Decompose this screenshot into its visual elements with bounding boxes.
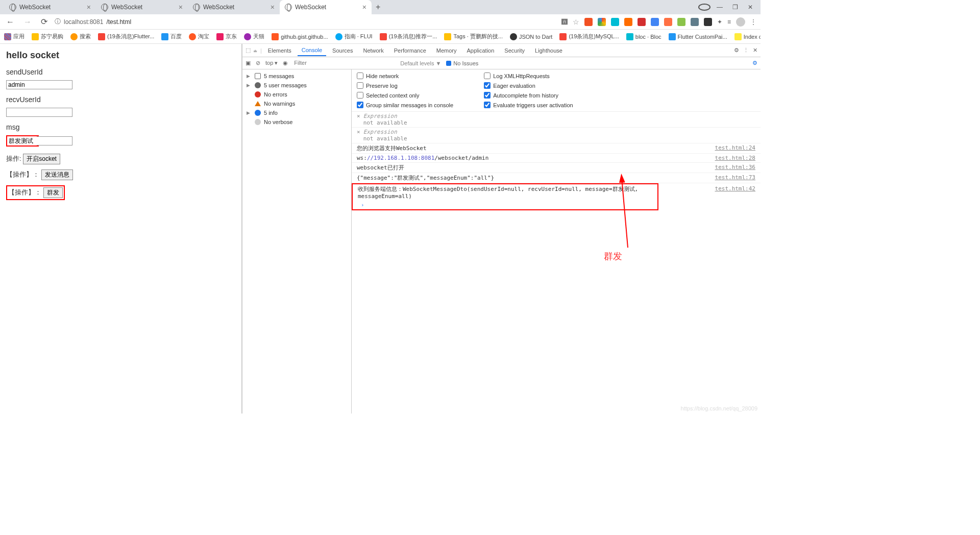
forward-button[interactable]: → [21, 17, 34, 27]
sidebar-warnings[interactable]: No warnings [242, 99, 351, 108]
tab-application[interactable]: Application [463, 45, 499, 56]
extension-icon[interactable] [624, 18, 632, 26]
extension-icon[interactable] [651, 18, 659, 26]
opt-eval-activation[interactable]: Evaluate triggers user activation [484, 102, 573, 108]
bookmark-item[interactable]: Index of /flutter/fl... [734, 33, 761, 40]
settings-icon[interactable]: ⚙ [734, 47, 739, 54]
recv-user-input[interactable] [6, 108, 72, 117]
live-expression[interactable]: ×Expressionnot available [352, 112, 761, 128]
opt-hide-network[interactable]: Hide network [357, 72, 453, 79]
broadcast-button[interactable]: 群发 [43, 187, 63, 198]
account-icon[interactable] [698, 4, 710, 11]
close-icon[interactable]: × [271, 4, 275, 11]
extensions-icon[interactable]: ✦ [717, 18, 722, 26]
reading-list-icon[interactable]: ≡ [727, 18, 731, 26]
open-socket-button[interactable]: 开启socket [23, 154, 60, 164]
bookmark-item[interactable]: github.gist.github... [272, 33, 328, 40]
site-info-icon[interactable]: ⓘ [55, 17, 61, 26]
opt-preserve-log[interactable]: Preserve log [357, 82, 453, 89]
close-icon[interactable]: × [179, 4, 183, 11]
minimize-icon[interactable]: — [714, 4, 726, 11]
bookmark-item[interactable]: (19条消息)推荐一... [380, 33, 437, 40]
send-message-button[interactable]: 发送消息 [41, 169, 73, 180]
sidebar-verbose[interactable]: No verbose [242, 117, 351, 127]
browser-tab[interactable]: WebSocket× [96, 0, 188, 14]
browser-tab[interactable]: WebSocket× [188, 0, 280, 14]
tab-sources[interactable]: Sources [328, 45, 357, 56]
tab-security[interactable]: Security [500, 45, 529, 56]
sidebar-info[interactable]: ▶5 info [242, 108, 351, 117]
tab-elements[interactable]: Elements [264, 45, 296, 56]
extension-icon[interactable] [638, 18, 646, 26]
bookmark-item[interactable]: 搜索 [70, 33, 91, 40]
bookmark-item[interactable]: 苏宁易购 [32, 33, 63, 40]
bookmark-item[interactable]: 天猫 [244, 33, 264, 40]
clear-console-icon[interactable]: ⊘ [256, 60, 260, 66]
bookmark-item[interactable]: JSON to Dart [510, 33, 552, 40]
msg-input-ext[interactable] [37, 136, 72, 145]
devtools-body: ▶5 messages ▶5 user messages No errors N… [242, 69, 761, 414]
tab-network[interactable]: Network [359, 45, 387, 56]
apps-button[interactable]: 应用 [4, 33, 24, 40]
filter-input[interactable] [293, 59, 395, 67]
issues-indicator[interactable]: No Issues [446, 60, 478, 66]
bookmark-star-icon[interactable]: ☆ [573, 18, 579, 26]
maximize-icon[interactable]: ❐ [729, 4, 741, 11]
tab-performance[interactable]: Performance [390, 45, 430, 56]
extension-icon[interactable] [664, 18, 672, 26]
close-icon[interactable]: × [362, 4, 366, 11]
url-field[interactable]: ⓘ localhost:8081/test.html [55, 17, 131, 26]
send-user-input[interactable] [6, 80, 72, 89]
new-tab-button[interactable]: + [372, 3, 384, 12]
bookmark-item[interactable]: bloc · Bloc [626, 33, 662, 40]
sidebar-user-messages[interactable]: ▶5 user messages [242, 81, 351, 90]
bookmark-item[interactable]: 京东 [216, 33, 237, 40]
tab-memory[interactable]: Memory [432, 45, 461, 56]
more-icon[interactable]: ⋮ [743, 47, 749, 54]
bookmark-item[interactable]: 百度 [161, 33, 182, 40]
window-close-icon[interactable]: ✕ [744, 4, 756, 11]
extension-icon[interactable] [584, 18, 593, 26]
extension-icon[interactable] [704, 18, 712, 26]
opt-log-xhr[interactable]: Log XMLHttpRequests [484, 72, 573, 79]
annotation-label: 群发 [604, 250, 622, 262]
extension-icon[interactable] [677, 18, 685, 26]
reload-button[interactable]: ⟳ [39, 17, 50, 27]
extension-icon[interactable] [611, 18, 619, 26]
close-icon[interactable]: × [87, 4, 91, 11]
context-dropdown[interactable]: top ▾ [265, 60, 278, 66]
bookmark-item[interactable]: Flutter CustomPai... [669, 33, 727, 40]
msg-input[interactable] [7, 136, 38, 145]
opt-autocomplete[interactable]: Autocomplete from history [484, 92, 573, 99]
extension-icon[interactable] [598, 18, 606, 26]
bookmark-item[interactable]: 指南 · FLUI [335, 33, 373, 40]
translate-icon[interactable]: 🅰 [561, 18, 568, 26]
opt-eager-eval[interactable]: Eager evaluation [484, 82, 573, 89]
back-button[interactable]: ← [4, 17, 16, 27]
sidebar-messages[interactable]: ▶5 messages [242, 71, 351, 81]
bookmark-item[interactable]: (19条消息)Flutter... [98, 33, 154, 40]
opt-group-similar[interactable]: Group similar messages in console [357, 102, 453, 108]
inspect-icon[interactable]: ⬚ [246, 47, 251, 54]
bookmark-item[interactable]: Tags · 贾鹏辉的技... [444, 33, 503, 40]
profile-icon[interactable] [736, 17, 745, 27]
extension-icon[interactable] [691, 18, 699, 26]
console-prompt[interactable]: › [353, 201, 657, 209]
devtools-close-icon[interactable]: ✕ [753, 47, 757, 54]
live-expression[interactable]: ×Expressionnot available [352, 128, 761, 143]
bookmark-item[interactable]: 淘宝 [189, 33, 209, 40]
tab-lighthouse[interactable]: Lighthouse [531, 45, 567, 56]
browser-tab-active[interactable]: WebSocket× [280, 0, 372, 14]
tab-console[interactable]: Console [298, 45, 326, 56]
sidebar-errors[interactable]: No errors [242, 90, 351, 99]
bookmark-item[interactable]: (19条消息)MySQL... [559, 33, 619, 40]
console-log[interactable]: ×Expressionnot available ×Expressionnot … [352, 112, 761, 414]
device-mode-icon[interactable]: ⫨ [253, 47, 258, 54]
levels-dropdown[interactable]: Default levels ▼ [400, 60, 441, 66]
eye-icon[interactable]: ◉ [283, 60, 288, 66]
sidebar-toggle-icon[interactable]: ▣ [246, 60, 251, 66]
browser-tab[interactable]: WebSocket× [4, 0, 96, 14]
console-settings-icon[interactable]: ⚙ [752, 60, 757, 66]
opt-selected-context[interactable]: Selected context only [357, 92, 453, 99]
menu-icon[interactable]: ⋮ [750, 18, 756, 26]
